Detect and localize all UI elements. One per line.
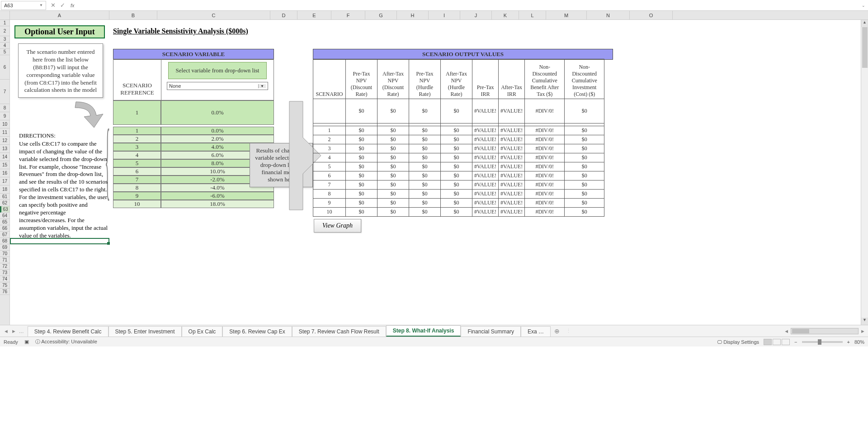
scenario-pct[interactable]: 0.0% xyxy=(161,127,274,135)
row-header-72[interactable]: 72 xyxy=(0,263,9,270)
row-header-6[interactable]: 6 xyxy=(0,55,9,80)
tab-nav-next-icon[interactable]: ► xyxy=(11,328,16,334)
zoom-in-button[interactable]: + xyxy=(847,339,850,345)
row-header-5[interactable]: 5 xyxy=(0,49,9,55)
name-box[interactable]: A63 ▼ xyxy=(1,1,46,10)
row-header-64[interactable]: 64 xyxy=(0,213,9,219)
accessibility-status[interactable]: ⓘ Accessibility: Unavailable xyxy=(35,338,97,345)
hscroll-thumb[interactable] xyxy=(792,329,809,333)
fx-label[interactable]: fx xyxy=(71,3,75,8)
view-graph-button[interactable]: View Graph xyxy=(314,219,361,233)
horizontal-scroll[interactable]: ◄ ► xyxy=(784,328,868,334)
row-header-9[interactable]: 9 xyxy=(0,112,9,120)
hscroll-left-icon[interactable]: ◄ xyxy=(784,328,789,334)
vertical-scrollbar[interactable]: ▲ ▼ xyxy=(861,20,868,325)
col-header-E[interactable]: E xyxy=(297,11,331,19)
row-header-10[interactable]: 10 xyxy=(0,120,9,128)
row-header-18[interactable]: 18 xyxy=(0,185,9,194)
scenario-num[interactable]: 4 xyxy=(113,151,161,159)
scroll-track[interactable] xyxy=(861,27,868,318)
row-header-12[interactable]: 12 xyxy=(0,137,9,145)
sheet-tab[interactable]: Financial Summary xyxy=(461,326,521,337)
row-header-68[interactable]: 68 xyxy=(0,238,9,244)
scenario-num[interactable]: 6 xyxy=(113,167,161,176)
col-header-A[interactable]: A xyxy=(10,11,109,19)
col-header-O[interactable]: O xyxy=(630,11,673,19)
row-header-2[interactable]: 2 xyxy=(0,26,9,36)
row-header-76[interactable]: 76 xyxy=(0,289,9,295)
formula-bar-expand-icon[interactable]: ⌄ xyxy=(862,3,865,8)
normal-view-button[interactable] xyxy=(764,339,772,345)
scenario-num[interactable]: 10 xyxy=(113,200,161,208)
row-header-7[interactable]: 7 xyxy=(0,80,9,104)
row-header-70[interactable]: 70 xyxy=(0,251,9,257)
col-header-H[interactable]: H xyxy=(397,11,429,19)
col-header-I[interactable]: I xyxy=(429,11,460,19)
zoom-slider[interactable] xyxy=(802,341,843,343)
row-header-61[interactable]: 61 xyxy=(0,194,9,200)
row-header-74[interactable]: 74 xyxy=(0,276,9,282)
row-header-71[interactable]: 71 xyxy=(0,257,9,263)
col-header-N[interactable]: N xyxy=(587,11,630,19)
sheet-tab[interactable]: Step 8. What-If Analysis xyxy=(386,325,461,337)
row-header-63[interactable]: 63 xyxy=(0,206,9,213)
row-header-65[interactable]: 65 xyxy=(0,219,9,225)
tab-nav-prev-icon[interactable]: ◄ xyxy=(4,328,9,334)
display-settings-button[interactable]: 🖵 Display Settings xyxy=(717,339,759,345)
row-header-15[interactable]: 15 xyxy=(0,161,9,169)
sheet-tab[interactable]: Exa … xyxy=(521,326,551,337)
page-break-view-button[interactable] xyxy=(782,339,790,345)
col-header-B[interactable]: B xyxy=(109,11,157,19)
row-header-3[interactable]: 3 xyxy=(0,36,9,43)
scenario-num[interactable]: 8 xyxy=(113,184,161,192)
col-header-M[interactable]: M xyxy=(546,11,587,19)
row-header-13[interactable]: 13 xyxy=(0,145,9,153)
select-all-corner[interactable] xyxy=(0,11,10,19)
scenario-num[interactable]: 5 xyxy=(113,159,161,167)
row-header-17[interactable]: 17 xyxy=(0,177,9,185)
sheet-tab[interactable]: Op Ex Calc xyxy=(182,326,223,337)
sheet-tab[interactable]: Step 5. Enter Investment xyxy=(108,326,182,337)
row-header-69[interactable]: 69 xyxy=(0,244,9,251)
scenario-pct[interactable]: 2.0% xyxy=(161,135,274,143)
page-layout-view-button[interactable] xyxy=(773,339,781,345)
row-header-14[interactable]: 14 xyxy=(0,153,9,161)
zoom-level[interactable]: 80% xyxy=(854,339,864,345)
variable-dropdown[interactable]: None ▼ xyxy=(167,82,268,90)
zoom-out-button[interactable]: − xyxy=(794,339,797,345)
new-sheet-button[interactable]: ⊕ xyxy=(551,328,563,335)
macro-record-icon[interactable]: ▣ xyxy=(24,339,29,345)
col-header-C[interactable]: C xyxy=(157,11,270,19)
col-header-L[interactable]: L xyxy=(519,11,546,19)
scenario-num[interactable]: 1 xyxy=(113,127,161,135)
sheet-tab[interactable]: Step 6. Review Cap Ex xyxy=(222,326,292,337)
name-box-dropdown-icon[interactable]: ▼ xyxy=(39,3,43,7)
scenario-big-pct[interactable]: 0.0% xyxy=(161,100,274,125)
sheet-tab[interactable]: Step 4. Review Benefit Calc xyxy=(28,326,108,337)
enter-icon[interactable]: ✓ xyxy=(60,2,65,9)
col-header-D[interactable]: D xyxy=(270,11,297,19)
grid[interactable]: Optional User Input The scenario number … xyxy=(10,20,868,325)
scenario-num[interactable]: 7 xyxy=(113,176,161,184)
row-header-66[interactable]: 66 xyxy=(0,225,9,232)
scroll-down-icon[interactable]: ▼ xyxy=(861,318,868,325)
scenario-num[interactable]: 9 xyxy=(113,192,161,200)
col-header-G[interactable]: G xyxy=(365,11,397,19)
scenario-num[interactable]: 3 xyxy=(113,143,161,151)
scenario-pct[interactable]: 18.0% xyxy=(161,200,274,208)
row-header-11[interactable]: 11 xyxy=(0,128,9,137)
row-header-62[interactable]: 62 xyxy=(0,200,9,206)
scenario-big-ref[interactable]: 1 xyxy=(113,100,161,125)
scenario-num[interactable]: 2 xyxy=(113,135,161,143)
sheet-tab[interactable]: Step 7. Review Cash Flow Result xyxy=(292,326,386,337)
row-header-8[interactable]: 8 xyxy=(0,104,9,112)
scroll-up-icon[interactable]: ▲ xyxy=(861,20,868,27)
tab-nav-more-icon[interactable]: … xyxy=(19,328,24,334)
row-header-67[interactable]: 67 xyxy=(0,232,9,238)
cancel-icon[interactable]: ✕ xyxy=(51,2,56,9)
hscroll-track[interactable] xyxy=(791,328,859,334)
scroll-thumb[interactable] xyxy=(862,27,868,68)
row-header-73[interactable]: 73 xyxy=(0,270,9,276)
dropdown-arrow-icon[interactable]: ▼ xyxy=(258,84,266,88)
hscroll-right-icon[interactable]: ► xyxy=(860,328,865,334)
